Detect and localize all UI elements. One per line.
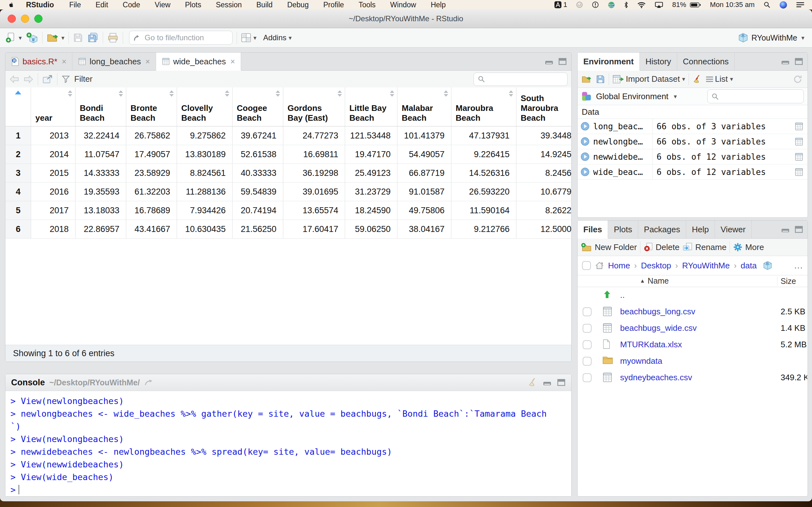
maximize-pane-icon[interactable]: [795, 226, 803, 233]
close-tab-icon[interactable]: ×: [145, 57, 150, 66]
column-header[interactable]: Malabar Beach: [397, 88, 451, 126]
filter-icon[interactable]: [61, 75, 70, 83]
tab-plots[interactable]: Plots: [608, 221, 638, 238]
view-data-table-icon[interactable]: [794, 137, 804, 146]
goto-directory-icon[interactable]: [144, 379, 153, 386]
sort-arrows-icon[interactable]: [169, 90, 174, 97]
active-app-name[interactable]: RStudio: [26, 1, 54, 9]
file-checkbox[interactable]: [583, 357, 592, 366]
forward-icon[interactable]: [23, 75, 34, 83]
save-all-button[interactable]: [87, 32, 99, 43]
column-header[interactable]: South Maroubra Beach: [516, 88, 571, 126]
goto-file-input[interactable]: [144, 33, 229, 43]
menu-window[interactable]: Window: [390, 1, 416, 9]
tab-basics-r[interactable]: R basics.R* ×: [5, 53, 72, 70]
menu-plots[interactable]: Plots: [185, 1, 201, 9]
project-selector[interactable]: R RYouWithMe ▾: [738, 33, 804, 43]
tab-viewer[interactable]: Viewer: [715, 221, 752, 238]
view-data-table-icon[interactable]: [794, 153, 804, 161]
close-tab-icon[interactable]: ×: [230, 57, 235, 66]
breadcrumb-data[interactable]: data: [741, 261, 757, 271]
filter-label[interactable]: Filter: [74, 74, 93, 84]
view-data-table-icon[interactable]: [794, 122, 804, 131]
table-search-box[interactable]: [473, 72, 567, 86]
column-header[interactable]: Clovelly Beach: [177, 88, 232, 126]
clear-environment-broom-icon[interactable]: [693, 74, 702, 84]
alert-circle-status-icon[interactable]: [592, 1, 599, 8]
open-in-new-window-icon[interactable]: [42, 74, 53, 84]
zoom-window-button[interactable]: [34, 14, 43, 23]
delete-button[interactable]: Delete: [644, 242, 679, 252]
tab-environment[interactable]: Environment: [577, 53, 640, 70]
new-folder-button[interactable]: New Folder: [581, 242, 637, 252]
save-workspace-icon[interactable]: [596, 74, 605, 84]
file-checkbox[interactable]: [583, 340, 592, 349]
battery-icon[interactable]: [690, 2, 701, 8]
import-dataset-button[interactable]: Import Dataset ▾: [612, 74, 685, 84]
tab-packages[interactable]: Packages: [638, 221, 686, 238]
environment-search-input[interactable]: [721, 94, 800, 99]
console-input-line[interactable]: >: [10, 484, 571, 496]
minimize-pane-icon[interactable]: [780, 226, 790, 233]
minimize-pane-icon[interactable]: [544, 58, 554, 65]
expand-object-icon[interactable]: [581, 137, 589, 146]
close-window-button[interactable]: [8, 14, 16, 23]
file-checkbox[interactable]: [583, 373, 592, 382]
tab-wide-beaches[interactable]: wide_beaches ×: [156, 53, 241, 70]
airplay-display-icon[interactable]: [655, 2, 663, 8]
size-column-header[interactable]: Size: [777, 276, 796, 286]
environment-scope-label[interactable]: Global Environment: [596, 92, 668, 101]
sort-arrows-icon[interactable]: [68, 90, 72, 97]
file-link[interactable]: ..: [620, 290, 624, 300]
menu-help[interactable]: Help: [431, 1, 446, 9]
list-view-button[interactable]: List ▾: [705, 74, 733, 84]
sort-arrows-icon[interactable]: [338, 90, 342, 97]
environment-scope-caret[interactable]: ▾: [674, 93, 677, 100]
print-button[interactable]: [107, 32, 119, 43]
table-search-input[interactable]: [488, 76, 563, 82]
menu-file[interactable]: File: [69, 1, 81, 9]
column-header[interactable]: Maroubra Beach: [451, 88, 516, 126]
view-data-table-icon[interactable]: [794, 168, 804, 176]
minimize-window-button[interactable]: [21, 14, 29, 23]
workspace-panes-button[interactable]: ▾: [241, 33, 257, 43]
spotlight-search-icon[interactable]: [763, 1, 770, 8]
sort-arrows-icon[interactable]: [275, 90, 280, 97]
menu-session[interactable]: Session: [216, 1, 242, 9]
more-button[interactable]: More: [733, 242, 764, 252]
environment-item-name-cell[interactable]: wide_beac…: [577, 164, 653, 179]
menu-build[interactable]: Build: [256, 1, 272, 9]
object-name[interactable]: newwidebe…: [593, 152, 643, 162]
file-checkbox[interactable]: [583, 307, 592, 316]
spiral-status-icon[interactable]: [576, 1, 583, 8]
expand-object-icon[interactable]: [581, 168, 589, 176]
column-header[interactable]: Little Bay Beach: [345, 88, 397, 126]
sort-arrows-icon[interactable]: [119, 90, 123, 97]
notification-center-icon[interactable]: [796, 2, 804, 8]
project-cube-icon[interactable]: R: [763, 261, 772, 270]
load-workspace-icon[interactable]: [581, 74, 592, 84]
back-icon[interactable]: [9, 75, 19, 83]
row-number-column-header[interactable]: [5, 88, 31, 126]
tab-history[interactable]: History: [640, 53, 677, 70]
save-button[interactable]: [73, 33, 83, 43]
object-name[interactable]: newlongbe…: [593, 137, 643, 147]
environment-item-name-cell[interactable]: long_beac…: [577, 119, 653, 134]
menu-edit[interactable]: Edit: [96, 1, 108, 9]
breadcrumb-desktop[interactable]: Desktop: [641, 261, 671, 271]
environment-item[interactable]: long_beac…66 obs. of 3 variables: [577, 119, 808, 134]
file-link[interactable]: myowndata: [620, 356, 662, 366]
expand-object-icon[interactable]: [581, 122, 589, 130]
breadcrumb-more[interactable]: ...: [794, 261, 803, 271]
environment-item-name-cell[interactable]: newlongbe…: [577, 134, 653, 149]
sort-arrows-icon[interactable]: [225, 90, 229, 97]
name-column-header[interactable]: ▲ Name: [640, 276, 669, 285]
environment-item[interactable]: newlongbe…66 obs. of 3 variables: [577, 134, 808, 149]
sort-arrows-icon[interactable]: [509, 90, 513, 97]
environment-search-box[interactable]: [707, 89, 804, 103]
menu-tools[interactable]: Tools: [358, 1, 375, 9]
tab-files[interactable]: Files: [577, 221, 608, 238]
rename-button[interactable]: Rename: [682, 242, 726, 252]
object-name[interactable]: wide_beac…: [593, 167, 643, 177]
maximize-pane-icon[interactable]: [558, 58, 567, 65]
